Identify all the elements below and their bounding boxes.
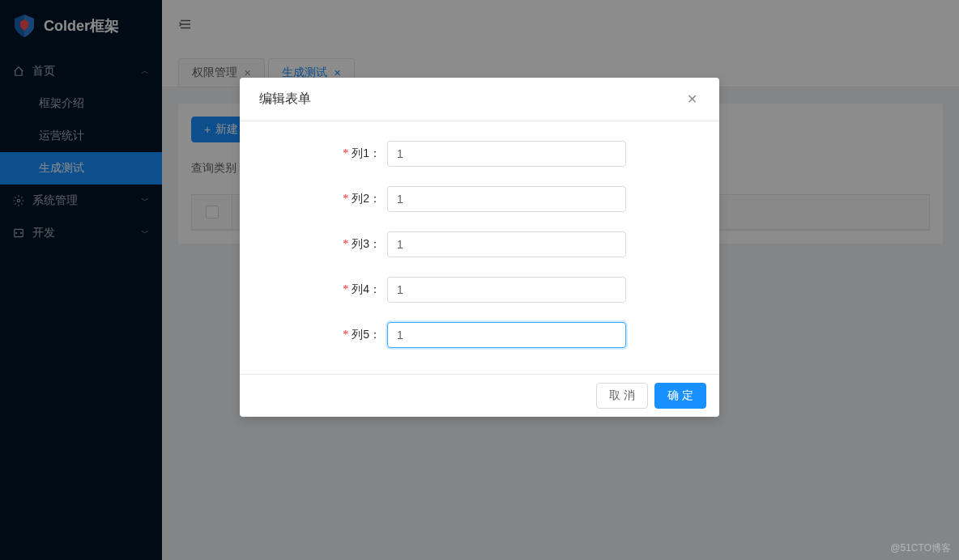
field-input-3[interactable]	[387, 231, 626, 257]
edit-form-modal: 编辑表单 ✕ *列1：*列2：*列3：*列4：*列5： 取 消 确 定	[240, 78, 719, 417]
required-mark: *	[343, 329, 348, 341]
form-label: *列1：	[259, 146, 387, 161]
ok-button[interactable]: 确 定	[654, 383, 706, 409]
form-label: *列5：	[259, 328, 387, 342]
form-label: *列2：	[259, 192, 387, 206]
form-label: *列3：	[259, 237, 387, 252]
field-input-1[interactable]	[387, 141, 626, 167]
watermark: @51CTO博客	[890, 541, 951, 555]
form-label: *列4：	[259, 282, 387, 297]
required-mark: *	[343, 238, 348, 250]
form-item: *列5：	[259, 322, 700, 348]
required-mark: *	[343, 147, 348, 159]
field-input-5[interactable]	[387, 322, 626, 348]
form-item: *列3：	[259, 231, 700, 257]
required-mark: *	[343, 283, 348, 295]
modal-footer: 取 消 确 定	[240, 374, 719, 417]
form-item: *列1：	[259, 141, 700, 167]
field-input-4[interactable]	[387, 277, 626, 303]
required-mark: *	[343, 193, 348, 205]
cancel-button[interactable]: 取 消	[596, 383, 648, 409]
modal-mask[interactable]: 编辑表单 ✕ *列1：*列2：*列3：*列4：*列5： 取 消 确 定	[0, 0, 959, 560]
close-icon[interactable]: ✕	[684, 91, 700, 107]
modal-body: *列1：*列2：*列3：*列4：*列5：	[240, 121, 719, 374]
form-item: *列4：	[259, 277, 700, 303]
form-item: *列2：	[259, 186, 700, 212]
modal-title: 编辑表单	[259, 91, 311, 108]
modal-header: 编辑表单 ✕	[240, 78, 719, 121]
field-input-2[interactable]	[387, 186, 626, 212]
